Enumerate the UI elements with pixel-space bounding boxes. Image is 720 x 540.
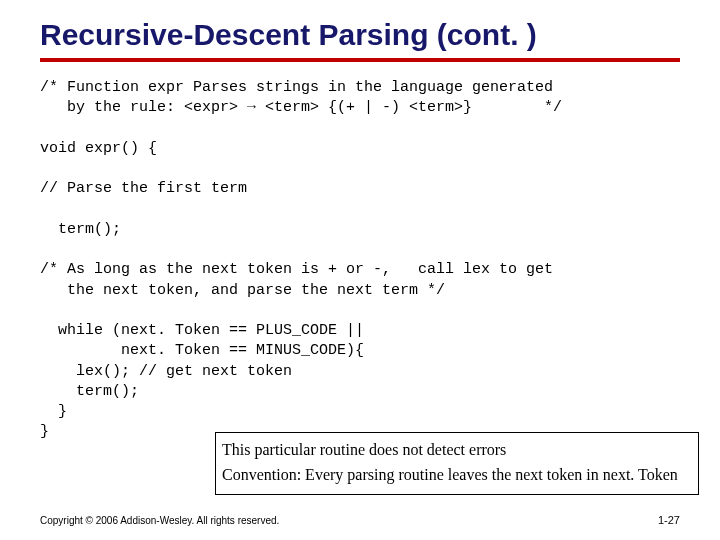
- code-line: while (next. Token == PLUS_CODE ||: [40, 322, 364, 339]
- code-line: // Parse the first term: [40, 180, 247, 197]
- callout-line: Convention: Every parsing routine leaves…: [222, 465, 692, 486]
- copyright-footer: Copyright © 2006 Addison-Wesley. All rig…: [40, 515, 279, 526]
- code-line: lex(); // get next token: [40, 363, 292, 380]
- code-line: /* Function expr Parses strings in the l…: [40, 79, 553, 96]
- code-line: by the rule: <expr> → <term> {(+ | -) <t…: [40, 99, 562, 116]
- code-line: the next token, and parse the next term …: [40, 282, 445, 299]
- code-line: next. Token == MINUS_CODE){: [40, 342, 364, 359]
- slide-title: Recursive-Descent Parsing (cont. ): [40, 18, 680, 52]
- code-line: term();: [40, 221, 121, 238]
- code-block: /* Function expr Parses strings in the l…: [40, 78, 680, 443]
- callout-line: This particular routine does not detect …: [222, 440, 692, 461]
- code-line: term();: [40, 383, 139, 400]
- page-number: 1-27: [658, 514, 680, 526]
- title-underline: [40, 58, 680, 62]
- code-line: /* As long as the next token is + or -, …: [40, 261, 553, 278]
- code-line: }: [40, 403, 67, 420]
- code-line: }: [40, 423, 49, 440]
- code-line: void expr() {: [40, 140, 157, 157]
- callout-box: This particular routine does not detect …: [215, 432, 699, 495]
